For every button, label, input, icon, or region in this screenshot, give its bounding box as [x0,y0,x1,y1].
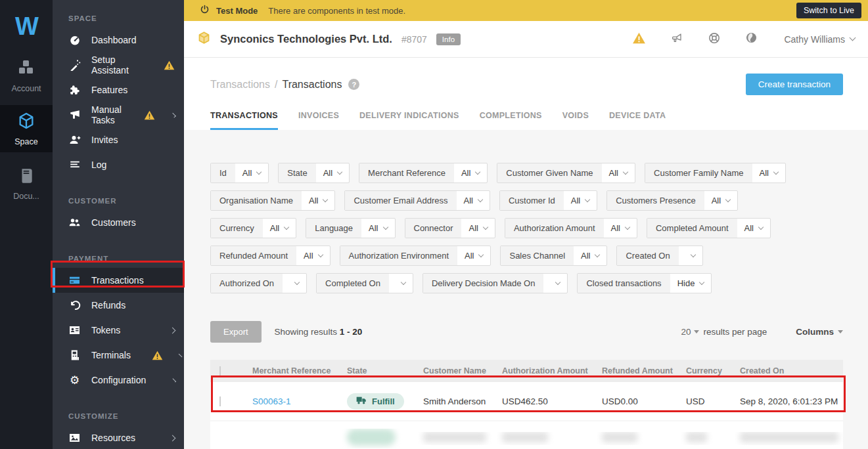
user-menu[interactable]: Cathy Williams [784,34,855,45]
chevron-down-icon [690,252,695,257]
logo-button[interactable]: W [0,0,53,53]
chevron-down-icon [284,224,289,230]
tab-delivery-indications[interactable]: DELIVERY INDICATIONS [359,111,459,130]
export-button[interactable]: Export [210,321,262,343]
truck-icon [356,396,367,406]
chevron-down-icon [725,197,731,202]
sidebar-item-invites[interactable]: Invites [53,127,184,152]
filter-merchant-reference[interactable]: Merchant ReferenceAll [359,163,488,183]
column-header-currency[interactable]: Currency [681,366,735,375]
select-all-checkbox[interactable] [219,366,221,375]
column-header-created-on[interactable]: Created On [735,366,843,375]
chevron-down-icon [475,169,480,175]
per-page-select[interactable]: 20 [681,327,699,337]
sidebar-item-customers[interactable]: Customers [53,210,184,235]
table-row[interactable]: S00063-1 Fulfill Smith Anderson USD462.5… [210,382,843,420]
filter-customer-email-address[interactable]: Customer Email AddressAll [344,190,490,211]
chevron-down-icon [555,280,560,285]
filter-state[interactable]: StateAll [278,163,350,183]
results-toolbar: Export Showing results 1 - 20 20 results… [210,321,843,343]
tab-voids[interactable]: VOIDS [562,111,589,130]
id-card-icon [68,324,81,336]
filter-delivery-decision-made-on[interactable]: Delivery Decision Made On [423,273,568,293]
row-checkbox[interactable] [219,396,221,406]
warning-icon [164,60,175,70]
tab-invoices[interactable]: INVOICES [298,111,339,130]
column-header-state[interactable]: State [342,366,418,375]
rail-item-space[interactable]: Space [0,105,53,152]
merchant-reference-link[interactable]: S00063-1 [252,396,291,406]
create-transaction-button[interactable]: Create transaction [746,74,843,95]
columns-button[interactable]: Columns [796,327,843,337]
tab-device-data[interactable]: DEVICE DATA [609,111,666,130]
sidebar-item-log[interactable]: Log [53,152,184,177]
sidebar-item-features[interactable]: Features [53,77,184,102]
switch-to-live-button[interactable]: Switch to Live [796,3,861,18]
filter-created-on[interactable]: Created On [616,246,702,266]
column-header-customer-name[interactable]: Customer Name [418,366,497,375]
filter-currency[interactable]: CurrencyAll [210,218,296,238]
megaphone-icon [68,109,81,121]
rail-item-account[interactable]: Account [0,53,53,100]
sidebar-section-customize: CUSTOMIZE [53,412,184,420]
filter-closed-transactions[interactable]: Closed transactionsHide [577,273,712,293]
tab-bar: TRANSACTIONS INVOICES DELIVERY INDICATIO… [184,95,868,130]
info-badge[interactable]: Info [436,33,461,45]
help-icon[interactable]: ? [348,79,359,90]
chevron-down-icon [595,252,600,257]
filter-authorization-environment[interactable]: Authorization EnvironmentAll [340,246,491,266]
showing-results: Showing results 1 - 20 [275,327,363,337]
column-header-authorization-amount[interactable]: Authorization Amount [497,366,597,375]
wand-icon [68,59,81,71]
filter-customer-id[interactable]: Customer IdAll [499,190,597,211]
filter-refunded-amount[interactable]: Refunded AmountAll [210,246,331,266]
chevron-right-icon [170,327,176,333]
tab-transactions[interactable]: TRANSACTIONS [210,111,278,130]
filter-customer-family-name[interactable]: Customer Family NameAll [645,163,786,183]
announcements-megaphone-icon[interactable] [670,32,683,47]
chevron-down-icon [337,169,342,175]
table-row-obscured[interactable] [210,421,843,449]
column-header-merchant-reference[interactable]: Merchant Reference [247,366,342,375]
help-lifebuoy-icon[interactable] [708,32,721,47]
space-sidebar: SPACE Dashboard Setup Assistant Features… [53,0,184,449]
filter-panel: IdAll StateAll Merchant ReferenceAll Cus… [210,130,843,293]
sidebar-item-terminals[interactable]: Terminals [53,343,184,368]
puzzle-icon [68,84,81,96]
space-cube-icon [17,112,35,133]
sidebar-item-refunds[interactable]: Refunds [53,293,184,318]
chevron-down-icon [382,224,388,230]
filter-organisation-name[interactable]: Organisation NameAll [210,190,335,211]
sidebar-item-resources[interactable]: Resources [53,425,184,449]
language-globe-icon[interactable] [745,32,758,47]
documentation-book-icon [18,167,35,187]
filter-customer-given-name[interactable]: Customer Given NameAll [497,163,635,183]
rail-item-documentation[interactable]: Docu... [0,160,53,207]
breadcrumb: Transactions / Transactions ? [210,79,359,91]
sidebar-item-manual-tasks[interactable]: Manual Tasks [53,102,184,127]
filter-completed-amount[interactable]: Completed AmountAll [647,218,771,238]
filter-id[interactable]: IdAll [210,163,269,183]
sidebar-item-transactions[interactable]: Transactions [53,268,184,293]
filter-language[interactable]: LanguageAll [306,218,395,238]
sidebar-item-tokens[interactable]: Tokens [53,318,184,343]
filter-customers-presence[interactable]: Customers PresenceAll [606,190,738,211]
column-header-refunded-amount[interactable]: Refunded Amount [597,366,681,375]
filter-authorized-on[interactable]: Authorized On [210,273,307,293]
page-title: Transactions [282,79,342,91]
filter-connector[interactable]: ConnectorAll [405,218,495,238]
filter-authorization-amount[interactable]: Authorization AmountAll [505,218,637,238]
sidebar-item-setup-assistant[interactable]: Setup Assistant [53,53,184,77]
sidebar-section-customer: CUSTOMER [53,197,184,205]
customer-name-cell: Smith Anderson [418,396,497,406]
sidebar-item-dashboard[interactable]: Dashboard [53,28,184,53]
warning-icon[interactable] [632,32,646,47]
list-icon [68,159,81,171]
tab-completions[interactable]: COMPLETIONS [480,111,542,130]
breadcrumb-parent[interactable]: Transactions [210,79,270,91]
credit-card-icon [68,274,81,286]
filter-completed-on[interactable]: Completed On [316,273,413,293]
chevron-down-icon [585,197,590,202]
sidebar-item-configuration[interactable]: ⚙ Configuration [53,368,184,393]
filter-sales-channel[interactable]: Sales ChannelAll [500,246,607,266]
